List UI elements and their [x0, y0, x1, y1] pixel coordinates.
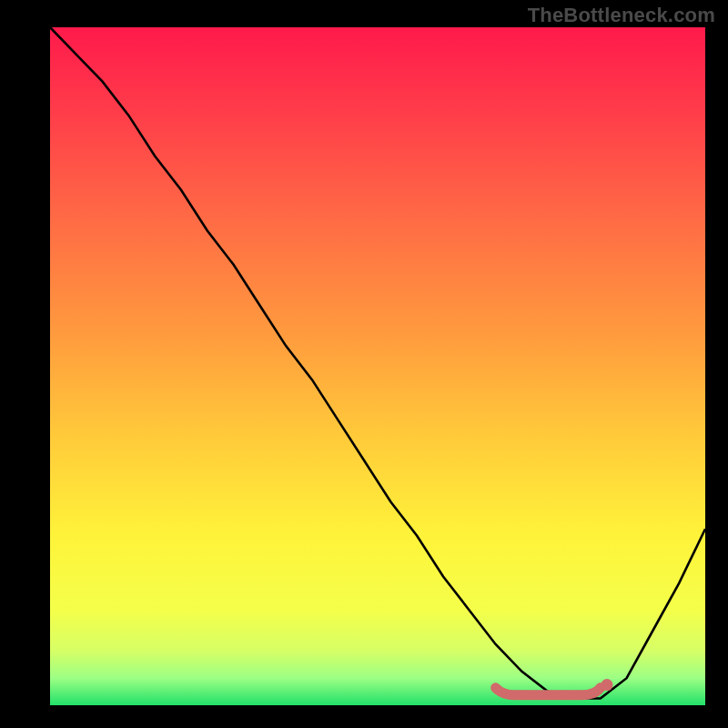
- plot-gradient-background: [50, 27, 705, 705]
- chart-frame: TheBottleneck.com: [0, 0, 728, 728]
- optimal-range-end-dot: [602, 679, 613, 691]
- watermark-text: TheBottleneck.com: [528, 4, 715, 27]
- bottleneck-chart: [0, 0, 728, 728]
